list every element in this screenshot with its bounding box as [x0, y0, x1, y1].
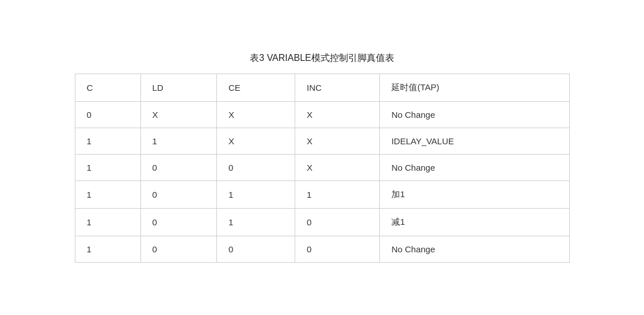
cell-r5-c3: 0 — [295, 236, 380, 263]
cell-r5-c1: 0 — [140, 236, 216, 263]
cell-r3-c1: 0 — [140, 181, 216, 209]
table-title: 表3 VARIABLE模式控制引脚真值表 — [75, 52, 570, 64]
header-inc: INC — [295, 74, 380, 102]
cell-r4-c0: 1 — [75, 209, 140, 236]
cell-r5-c4: No Change — [380, 236, 569, 263]
cell-r2-c4: No Change — [380, 155, 569, 181]
cell-r1-c2: X — [216, 128, 295, 155]
cell-r1-c0: 1 — [75, 128, 140, 155]
cell-r5-c2: 0 — [216, 236, 295, 263]
cell-r0-c1: X — [140, 102, 216, 128]
cell-r4-c2: 1 — [216, 209, 295, 236]
cell-r2-c0: 1 — [75, 155, 140, 181]
table-row: 11XXIDELAY_VALUE — [75, 128, 569, 155]
table-header-row: C LD CE INC 延时值(TAP) — [75, 74, 569, 102]
cell-r4-c1: 0 — [140, 209, 216, 236]
cell-r4-c4: 减1 — [380, 209, 569, 236]
cell-r0-c0: 0 — [75, 102, 140, 128]
cell-r4-c3: 0 — [295, 209, 380, 236]
header-delay: 延时值(TAP) — [380, 74, 569, 102]
table-row: 100XNo Change — [75, 155, 569, 181]
cell-r0-c3: X — [295, 102, 380, 128]
header-c: C — [75, 74, 140, 102]
header-ce: CE — [216, 74, 295, 102]
cell-r3-c4: 加1 — [380, 181, 569, 209]
table-row: 1011加1 — [75, 181, 569, 209]
cell-r0-c4: No Change — [380, 102, 569, 128]
cell-r2-c3: X — [295, 155, 380, 181]
table-row: 0XXXNo Change — [75, 102, 569, 128]
cell-r2-c2: 0 — [216, 155, 295, 181]
truth-table: C LD CE INC 延时值(TAP) 0XXXNo Change11XXID… — [75, 74, 570, 263]
cell-r1-c1: 1 — [140, 128, 216, 155]
header-ld: LD — [140, 74, 216, 102]
cell-r3-c2: 1 — [216, 181, 295, 209]
cell-r3-c0: 1 — [75, 181, 140, 209]
cell-r3-c3: 1 — [295, 181, 380, 209]
table-row: 1010减1 — [75, 209, 569, 236]
cell-r1-c3: X — [295, 128, 380, 155]
cell-r5-c0: 1 — [75, 236, 140, 263]
cell-r0-c2: X — [216, 102, 295, 128]
cell-r2-c1: 0 — [140, 155, 216, 181]
main-container: 表3 VARIABLE模式控制引脚真值表 C LD CE INC 延时值(TAP… — [63, 41, 581, 274]
table-row: 1000No Change — [75, 236, 569, 263]
cell-r1-c4: IDELAY_VALUE — [380, 128, 569, 155]
